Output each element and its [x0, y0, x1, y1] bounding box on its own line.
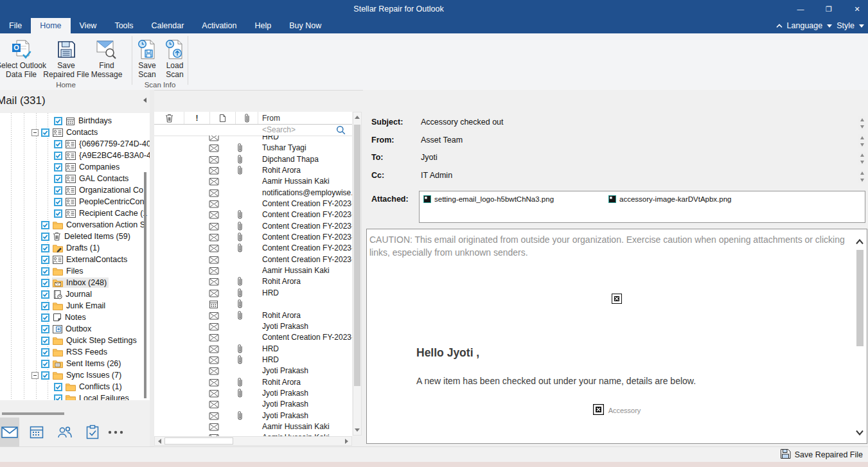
tree-expander-icon[interactable] — [31, 129, 39, 136]
folder-checkbox[interactable] — [41, 313, 49, 322]
message-row[interactable]: Aamir Hussain Kaki — [154, 432, 352, 436]
save-scan-button[interactable]: SaveScan — [134, 35, 161, 79]
body-scroll-up-icon[interactable] — [855, 236, 864, 247]
nav-tasks-nav[interactable] — [82, 418, 103, 446]
column-header-paperclip[interactable] — [236, 112, 258, 124]
tree-item-sent-items-26[interactable]: Sent Items (26) — [0, 358, 150, 369]
folder-checkbox[interactable] — [41, 337, 49, 345]
message-list-vertical-scrollbar[interactable] — [353, 112, 362, 436]
message-row[interactable] — [154, 298, 352, 309]
tree-item-local-failures[interactable]: Local Failures — [0, 392, 150, 400]
menu-tab-file[interactable]: File — [0, 18, 31, 33]
find-message-button[interactable]: FindMessage — [86, 35, 127, 79]
scroll-left-arrow[interactable] — [155, 437, 164, 445]
message-row[interactable]: Aamir Hussain Kaki — [154, 175, 352, 186]
sidebar-horizontal-scrollbar[interactable] — [2, 412, 64, 415]
message-row[interactable]: Dipchand Thapa — [154, 154, 352, 164]
tree-item-drafts-1[interactable]: Drafts (1) — [0, 242, 150, 254]
body-scroll-down-icon[interactable] — [855, 427, 864, 438]
menu-tab-activation[interactable]: Activation — [193, 18, 245, 33]
folder-checkbox[interactable] — [41, 233, 49, 241]
load-scan-button[interactable]: LoadScan — [161, 35, 189, 79]
message-row[interactable]: Rohit Arora — [154, 276, 352, 286]
tree-item-recipient-cache-1[interactable]: Recipient Cache (1 — [0, 207, 150, 219]
language-caret-icon[interactable] — [827, 24, 832, 28]
tree-item-journal[interactable]: Journal — [0, 288, 150, 300]
folder-checkbox[interactable] — [54, 209, 62, 218]
folder-checkbox[interactable] — [41, 360, 49, 368]
menu-tab-buy-now[interactable]: Buy Now — [280, 18, 330, 33]
folder-checkbox[interactable] — [54, 186, 62, 195]
attachment-2[interactable]: accessory-image-karDVtApbx.png — [608, 195, 732, 203]
tree-item-companies[interactable]: Companies — [0, 161, 150, 173]
message-row[interactable]: HRD — [154, 136, 352, 142]
scroll-up-arrow[interactable] — [858, 116, 866, 123]
tree-item-organizational-co[interactable]: Organizational Co — [0, 184, 150, 196]
search-input[interactable]: <Search> — [262, 125, 296, 134]
column-header-importance[interactable]: ! — [184, 112, 210, 124]
sidebar-vertical-scrollbar[interactable] — [144, 172, 146, 398]
attachment-1[interactable]: setting-email_logo-h5bwtChNa3.png — [423, 195, 554, 203]
scrollbar-thumb[interactable] — [164, 437, 233, 445]
tree-item-06967759-274d-40[interactable]: {06967759-274D-40 — [0, 138, 150, 150]
ribbon-collapse-icon[interactable] — [776, 24, 783, 28]
message-row[interactable]: Rohit Arora — [154, 164, 352, 175]
message-row[interactable]: Content Creation FY-2023-24 — [154, 331, 352, 342]
tree-item-notes[interactable]: Notes — [0, 312, 150, 323]
tree-item-birthdays[interactable]: Birthdays — [0, 115, 150, 127]
minimize-icon[interactable]: — — [796, 5, 805, 13]
message-row[interactable]: Jyoti Prakash — [154, 321, 352, 331]
folder-checkbox[interactable] — [41, 371, 49, 380]
tree-item-gal-contacts[interactable]: GAL Contacts — [0, 173, 150, 184]
folder-checkbox[interactable] — [41, 221, 49, 229]
body-scrollbar-thumb[interactable] — [856, 250, 864, 346]
message-row[interactable]: Tushar Tyagi — [154, 142, 352, 153]
save-repaired-file-action[interactable]: Save Repaired File — [780, 448, 863, 461]
folder-checkbox[interactable] — [54, 140, 62, 148]
scroll-down-arrow[interactable] — [353, 425, 361, 435]
sidebar-collapse-icon[interactable] — [143, 98, 146, 103]
nav-contacts-nav[interactable] — [54, 418, 76, 446]
tree-item-sync-issues-7[interactable]: Sync Issues (7) — [0, 369, 150, 381]
tree-item-contacts[interactable]: Contacts — [0, 127, 150, 138]
tree-item-junk-email[interactable]: Junk Email — [0, 300, 150, 312]
column-header-from[interactable]: From — [258, 112, 352, 124]
menu-tab-tools[interactable]: Tools — [105, 18, 142, 33]
select-outlook-data-file-button[interactable]: OSelect OutlookData File — [0, 35, 46, 79]
message-row[interactable]: Content Creation FY-2023-24 — [154, 198, 352, 209]
tree-item-externalcontacts[interactable]: ExternalContacts — [0, 254, 150, 265]
message-row[interactable]: Jyoti Prakash — [154, 410, 352, 421]
menu-tab-view[interactable]: View — [71, 18, 106, 33]
panel-splitter[interactable] — [150, 90, 154, 446]
save-repaired-file-button[interactable]: SaveRepaired File — [46, 35, 86, 79]
folder-checkbox[interactable] — [41, 256, 49, 264]
message-row[interactable]: Content Creation FY-2023-24 — [154, 254, 352, 265]
folder-checkbox[interactable] — [54, 117, 62, 125]
message-row[interactable]: Jyoti Prakash — [154, 365, 352, 376]
tree-item-outbox[interactable]: Outbox — [0, 323, 150, 335]
tree-item-conflicts-1[interactable]: Conflicts (1) — [0, 381, 150, 392]
message-row[interactable]: Content Creation FY-2023-24 — [154, 231, 352, 242]
scroll-up-arrow[interactable] — [858, 134, 866, 141]
scroll-right-arrow[interactable] — [342, 437, 351, 445]
message-row[interactable]: Rohit Arora — [154, 310, 352, 321]
menu-tab-home[interactable]: Home — [31, 18, 70, 33]
message-row[interactable]: Rohit Arora — [154, 376, 352, 387]
folder-checkbox[interactable] — [41, 325, 49, 333]
folder-checkbox[interactable] — [54, 383, 62, 391]
folder-checkbox[interactable] — [54, 163, 62, 172]
nav-mail-icon[interactable] — [0, 418, 19, 446]
message-row[interactable]: Content Creation FY-2023-24 — [154, 209, 352, 220]
message-row[interactable]: HRD — [154, 354, 352, 365]
menu-tab-help[interactable]: Help — [246, 18, 281, 33]
message-row[interactable]: Content Creation FY-2023-24 — [154, 220, 352, 231]
message-row[interactable]: Aamir Hussain Kaki — [154, 265, 352, 276]
scroll-down-arrow[interactable] — [858, 159, 866, 165]
folder-checkbox[interactable] — [54, 152, 62, 160]
message-list-horizontal-scrollbar[interactable] — [154, 436, 352, 446]
scroll-down-arrow[interactable] — [858, 177, 866, 183]
folder-checkbox[interactable] — [54, 394, 62, 401]
folder-checkbox[interactable] — [41, 290, 49, 299]
folder-checkbox[interactable] — [41, 244, 49, 252]
folder-checkbox[interactable] — [41, 279, 49, 287]
